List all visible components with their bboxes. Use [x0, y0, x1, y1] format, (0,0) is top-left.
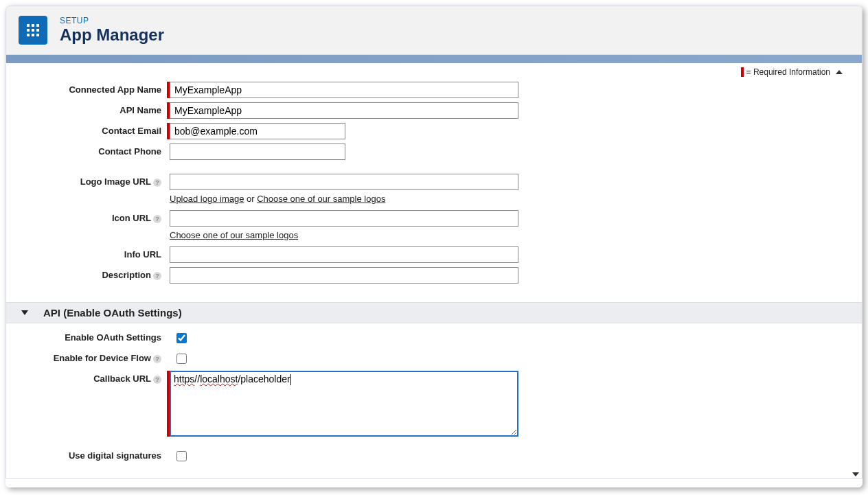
use-digital-signatures-label: Use digital signatures	[6, 448, 167, 461]
choose-sample-icon-link[interactable]: Choose one of our sample logos	[170, 230, 298, 240]
callback-url-textarea[interactable]	[170, 371, 518, 437]
collapse-up-icon[interactable]	[836, 70, 843, 74]
enable-oauth-checkbox[interactable]	[176, 333, 187, 343]
enable-device-flow-checkbox[interactable]	[176, 354, 187, 364]
help-icon[interactable]: ?	[153, 215, 161, 223]
connected-app-name-input[interactable]	[170, 82, 518, 98]
app-manager-panel: SETUP App Manager = Required Information…	[5, 5, 863, 487]
logo-links-row: Upload logo image or Choose one of our s…	[170, 194, 862, 204]
contact-phone-label: Contact Phone	[6, 143, 167, 157]
section-toggle-icon[interactable]	[21, 310, 28, 315]
info-url-label: Info URL	[6, 246, 167, 260]
contact-phone-input[interactable]	[170, 143, 345, 160]
help-icon[interactable]: ?	[153, 376, 161, 384]
or-text: or	[244, 194, 257, 204]
form-scroll[interactable]: = Required Information Connected App Nam…	[6, 63, 862, 478]
upload-logo-link[interactable]: Upload logo image	[170, 194, 244, 204]
info-url-input[interactable]	[170, 246, 518, 263]
icon-url-input[interactable]	[170, 210, 518, 227]
api-section-title: API (Enable OAuth Settings)	[43, 307, 182, 319]
api-name-label: API Name	[6, 102, 167, 115]
api-name-input[interactable]	[170, 102, 518, 119]
description-label: Description	[102, 270, 151, 280]
icon-links-row: Choose one of our sample logos	[170, 230, 862, 240]
logo-image-url-input[interactable]	[170, 174, 518, 190]
choose-sample-logo-link[interactable]: Choose one of our sample logos	[257, 194, 385, 204]
help-icon[interactable]: ?	[153, 355, 161, 363]
contact-email-label: Contact Email	[6, 123, 167, 136]
banner-strip	[5, 55, 863, 63]
required-marker-icon	[741, 67, 744, 77]
required-info-text: = Required Information	[746, 67, 830, 77]
help-icon[interactable]: ?	[153, 179, 161, 187]
scroll-down-icon[interactable]	[852, 472, 859, 476]
content-area: = Required Information Connected App Nam…	[5, 63, 863, 479]
page-title: App Manager	[60, 25, 164, 45]
api-section-header: API (Enable OAuth Settings)	[6, 302, 862, 323]
enable-oauth-label: Enable OAuth Settings	[6, 330, 167, 343]
contact-email-input[interactable]	[170, 123, 345, 139]
callback-url-label: Callback URL	[93, 373, 151, 384]
required-info-legend: = Required Information	[6, 63, 862, 80]
header-bar: SETUP App Manager	[5, 5, 863, 55]
setup-label: SETUP	[60, 16, 164, 25]
icon-url-label: Icon URL	[112, 213, 151, 223]
enable-device-flow-label: Enable for Device Flow	[54, 353, 151, 363]
description-input[interactable]	[170, 267, 518, 284]
logo-image-url-label: Logo Image URL	[80, 176, 151, 187]
connected-app-name-label: Connected App Name	[6, 82, 167, 95]
help-icon[interactable]: ?	[153, 272, 161, 280]
use-digital-signatures-checkbox[interactable]	[176, 451, 187, 461]
apps-grid-icon	[19, 16, 47, 45]
